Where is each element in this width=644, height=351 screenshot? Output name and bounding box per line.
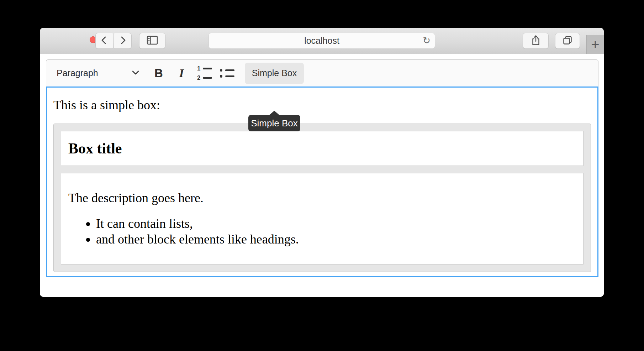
description-list: It can contain lists, and other block el… — [68, 216, 576, 247]
simple-box-widget[interactable]: Box title The description goes here. It … — [53, 124, 591, 272]
reload-icon[interactable]: ↻ — [423, 36, 431, 45]
bold-button[interactable]: B — [151, 63, 167, 84]
simple-box-button-label: Simple Box — [252, 68, 297, 78]
browser-titlebar: localhost ↻ — [40, 28, 604, 54]
italic-icon: I — [179, 67, 184, 80]
sidebar-toggle-button[interactable] — [139, 33, 165, 49]
italic-button[interactable]: I — [174, 63, 189, 84]
list-item: It can contain lists, — [96, 216, 576, 231]
editor-toolbar: Paragraph B I 1 2 — [46, 59, 598, 87]
tooltip-text: Simple Box — [251, 118, 298, 129]
paragraph-style-dropdown[interactable]: Paragraph — [56, 63, 142, 84]
simple-box-button[interactable]: Simple Box — [245, 63, 304, 84]
web-page: Paragraph B I 1 2 — [40, 54, 604, 297]
back-button[interactable] — [95, 33, 113, 49]
bulleted-list-button[interactable] — [219, 63, 235, 84]
simple-box-description[interactable]: The description goes here. It can contai… — [61, 173, 584, 264]
simple-box-title[interactable]: Box title — [61, 131, 584, 166]
plus-icon: + — [591, 37, 599, 53]
editor-content-area[interactable]: This is a simple box: Box title The desc… — [46, 87, 598, 277]
numbered-list-icon: 1 2 — [197, 66, 212, 81]
intro-paragraph: This is a simple box: — [53, 98, 591, 113]
chevron-right-icon — [118, 35, 127, 47]
sidebar-icon — [147, 36, 158, 46]
numbered-list-button[interactable]: 1 2 — [196, 63, 212, 84]
share-button[interactable] — [523, 33, 549, 49]
simple-box-tooltip: Simple Box — [248, 115, 300, 131]
description-paragraph: The description goes here. — [68, 190, 576, 206]
address-bar-text: localhost — [304, 36, 339, 46]
paragraph-style-label: Paragraph — [57, 68, 98, 78]
chevron-left-icon — [100, 35, 109, 47]
share-icon — [531, 35, 540, 47]
list-item: and other block elements like headings. — [96, 231, 576, 247]
show-all-tabs-button[interactable] — [555, 33, 580, 49]
address-bar[interactable]: localhost ↻ — [208, 33, 435, 49]
new-tab-button[interactable]: + — [586, 35, 604, 54]
forward-button[interactable] — [114, 33, 132, 49]
chevron-down-icon — [132, 70, 139, 77]
desktop-background: localhost ↻ — [0, 0, 644, 351]
bold-icon: B — [154, 67, 163, 80]
bulleted-list-icon — [220, 69, 235, 78]
browser-window: localhost ↻ — [40, 28, 604, 297]
tabs-icon — [562, 35, 573, 47]
